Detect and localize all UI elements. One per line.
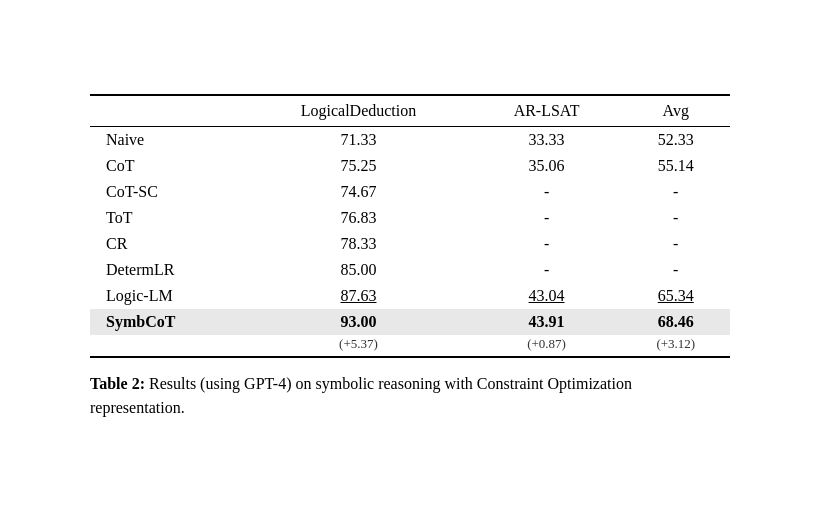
table-row: (+5.37)(+0.87)(+3.12) <box>90 335 730 357</box>
cell-avg: - <box>622 257 731 283</box>
cell-logical-deduction: 85.00 <box>245 257 471 283</box>
cell-avg: 52.33 <box>622 127 731 154</box>
cell-avg: 65.34 <box>622 283 731 309</box>
cell-method: SymbCoT <box>90 309 245 335</box>
cell-method: ToT <box>90 205 245 231</box>
table-row: Naive71.3333.3352.33 <box>90 127 730 154</box>
table-row: SymbCoT93.0043.9168.46 <box>90 309 730 335</box>
cell-avg: - <box>622 231 731 257</box>
col-header-ar-lsat: AR-LSAT <box>472 95 622 127</box>
cell-avg: 55.14 <box>622 153 731 179</box>
cell-ar-lsat: 33.33 <box>472 127 622 154</box>
cell-logical-deduction: (+5.37) <box>245 335 471 357</box>
cell-method: CR <box>90 231 245 257</box>
cell-ar-lsat: 43.04 <box>472 283 622 309</box>
table-row: CoT75.2535.0655.14 <box>90 153 730 179</box>
cell-method: DetermLR <box>90 257 245 283</box>
cell-ar-lsat: - <box>472 205 622 231</box>
cell-ar-lsat: (+0.87) <box>472 335 622 357</box>
main-container: LogicalDeduction AR-LSAT Avg Naive71.333… <box>70 74 750 440</box>
col-header-logical-deduction: LogicalDeduction <box>245 95 471 127</box>
table-caption: Table 2: Results (using GPT-4) on symbol… <box>90 372 730 420</box>
cell-avg: (+3.12) <box>622 335 731 357</box>
cell-logical-deduction: 76.83 <box>245 205 471 231</box>
cell-method: Naive <box>90 127 245 154</box>
cell-ar-lsat: 43.91 <box>472 309 622 335</box>
cell-logical-deduction: 74.67 <box>245 179 471 205</box>
cell-ar-lsat: - <box>472 179 622 205</box>
cell-logical-deduction: 78.33 <box>245 231 471 257</box>
cell-method: CoT-SC <box>90 179 245 205</box>
caption-text: Results (using GPT-4) on symbolic reason… <box>90 375 632 416</box>
cell-method: CoT <box>90 153 245 179</box>
cell-avg: - <box>622 205 731 231</box>
col-header-method <box>90 95 245 127</box>
cell-method <box>90 335 245 357</box>
table-header-row: LogicalDeduction AR-LSAT Avg <box>90 95 730 127</box>
cell-ar-lsat: - <box>472 231 622 257</box>
table-row: CoT-SC74.67-- <box>90 179 730 205</box>
caption-label: Table 2: <box>90 375 145 392</box>
cell-logical-deduction: 75.25 <box>245 153 471 179</box>
cell-avg: 68.46 <box>622 309 731 335</box>
cell-avg: - <box>622 179 731 205</box>
col-header-avg: Avg <box>622 95 731 127</box>
table-row: CR78.33-- <box>90 231 730 257</box>
cell-logical-deduction: 71.33 <box>245 127 471 154</box>
cell-ar-lsat: 35.06 <box>472 153 622 179</box>
results-table: LogicalDeduction AR-LSAT Avg Naive71.333… <box>90 94 730 358</box>
cell-logical-deduction: 87.63 <box>245 283 471 309</box>
table-row: ToT76.83-- <box>90 205 730 231</box>
cell-ar-lsat: - <box>472 257 622 283</box>
table-row: Logic-LM87.6343.0465.34 <box>90 283 730 309</box>
cell-method: Logic-LM <box>90 283 245 309</box>
table-row: DetermLR85.00-- <box>90 257 730 283</box>
cell-logical-deduction: 93.00 <box>245 309 471 335</box>
